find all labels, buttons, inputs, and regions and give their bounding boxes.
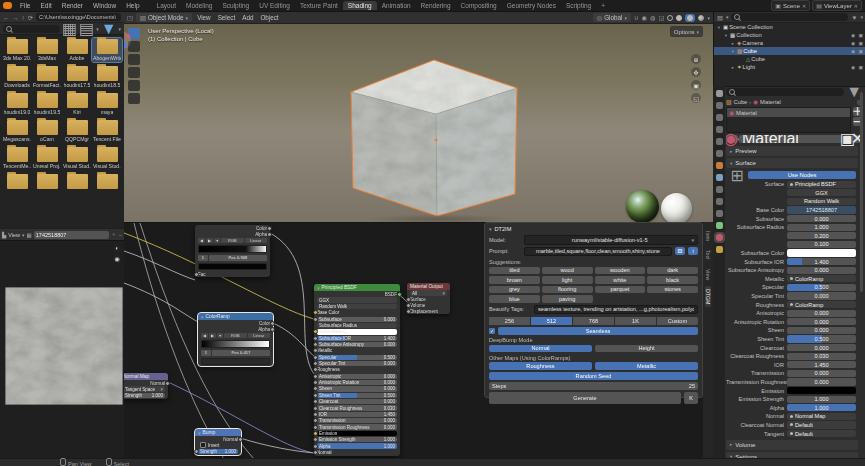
random-seed-button[interactable]: Random Seed: [489, 372, 698, 380]
folder-item[interactable]: [92, 173, 122, 191]
colorramp2-alpha-output[interactable]: Alpha: [198, 326, 273, 332]
outliner-search-input[interactable]: [731, 13, 848, 21]
folder-item[interactable]: Megascans...: [2, 119, 32, 143]
tab-material-icon[interactable]: [716, 234, 723, 241]
property-field[interactable]: 1.000: [787, 404, 856, 411]
workspace-tab[interactable]: Layout: [152, 1, 182, 10]
menu-help[interactable]: Help: [122, 2, 143, 9]
ramp-prev-icon[interactable]: ◀: [198, 238, 205, 243]
folder-item[interactable]: Downloads: [2, 65, 32, 89]
snap-magnet-icon[interactable]: ∪: [634, 14, 639, 21]
folder-item[interactable]: 3ds Max 20...: [2, 38, 32, 62]
deepbump-height-button[interactable]: Height: [595, 345, 698, 353]
folder-item[interactable]: [2, 173, 32, 191]
model-dropdown[interactable]: runwayml/stable-diffusion-v1-5▾: [524, 235, 698, 245]
outliner-row[interactable]: △ Cube: [714, 55, 865, 63]
expand-arrow-icon[interactable]: ▾: [723, 33, 729, 38]
folder-item[interactable]: Visual Stud...: [92, 146, 122, 170]
property-field[interactable]: ColorRamp: [787, 301, 856, 308]
tab-physics-icon[interactable]: [716, 198, 723, 205]
folder-item[interactable]: TencentMe...: [2, 146, 32, 170]
expand-arrow-icon[interactable]: ▸: [730, 65, 736, 70]
workspace-tab[interactable]: UV Editing: [254, 1, 295, 10]
property-field[interactable]: 0.000: [787, 310, 856, 317]
folder-item[interactable]: 3dsMax: [32, 38, 62, 62]
display-list-icon[interactable]: ▤: [79, 19, 94, 38]
tab-constraints-icon[interactable]: [716, 210, 723, 217]
suggestion-button[interactable]: stones: [647, 286, 698, 294]
resolution-button[interactable]: 1K: [615, 317, 656, 325]
suggestion-button[interactable]: wood: [542, 267, 593, 275]
property-field[interactable]: 0.000: [787, 267, 856, 274]
tab-output-icon[interactable]: [716, 114, 723, 121]
suggestion-button[interactable]: paving: [542, 295, 593, 303]
shading-solid-icon[interactable]: [676, 15, 682, 21]
property-field[interactable]: Default: [787, 421, 856, 428]
unlink-icon[interactable]: ✕: [802, 3, 806, 9]
ramp-gradient[interactable]: [201, 340, 270, 348]
expand-arrow-icon[interactable]: ▾: [730, 49, 736, 54]
workspace-tab[interactable]: Compositing: [456, 1, 502, 10]
transform-orientation[interactable]: ◎ Global▾: [593, 13, 631, 22]
tab-world-icon[interactable]: [716, 150, 723, 157]
file-search-input[interactable]: [3, 25, 60, 33]
overlays-icon[interactable]: ◍: [650, 14, 656, 21]
tab-modifiers-icon[interactable]: [716, 174, 723, 181]
outliner-display-mode-icon[interactable]: ▤: [717, 14, 723, 21]
expand-arrow-icon[interactable]: ▸: [730, 41, 736, 46]
material-output-node[interactable]: Material Output All▾ Surface Volume Disp…: [407, 283, 450, 314]
property-field[interactable]: 0.000: [787, 344, 856, 351]
zoom-icon[interactable]: ⊕: [691, 54, 701, 64]
outliner-row[interactable]: ▸ ✦ Light ◉ ▣: [714, 63, 865, 71]
folder-item[interactable]: houdini19.0: [2, 92, 32, 116]
tool-scale-icon[interactable]: [128, 80, 140, 91]
ramp-interpolation[interactable]: Linear: [248, 333, 270, 338]
refresh-icon[interactable]: ⟳: [28, 14, 33, 21]
suggestion-button[interactable]: light: [542, 276, 593, 284]
beautify-field[interactable]: seamless texture, trending on artstation…: [534, 305, 698, 315]
ramp-stop-color-swatch[interactable]: [201, 358, 270, 366]
proportional-edit-icon[interactable]: ◉: [642, 14, 648, 21]
folder-item[interactable]: houdini17.5: [62, 65, 92, 89]
image-editor[interactable]: ◐ ◉: [0, 240, 124, 459]
suggestion-button[interactable]: flooring: [542, 286, 593, 294]
folder-item[interactable]: houdini18.5: [92, 65, 122, 89]
property-field[interactable]: Principled BSDF: [787, 181, 856, 188]
viewlayer-selector[interactable]: ▤ ViewLayer ✕: [812, 0, 862, 11]
tool-move-icon[interactable]: [128, 54, 140, 65]
prompt-input[interactable]: marble,tiled,square,floor,clean,smooth,s…: [524, 247, 672, 257]
shading-wireframe-icon[interactable]: [667, 15, 673, 21]
property-field[interactable]: 0.000: [787, 370, 856, 377]
visibility-icons[interactable]: ◉ ▣: [851, 41, 864, 46]
folder-item[interactable]: maya: [92, 92, 122, 116]
image-editor-icon[interactable]: ◐: [113, 244, 121, 252]
random-prompt-dice-icon[interactable]: ⚄: [675, 247, 685, 255]
property-field[interactable]: [787, 387, 856, 394]
resolution-button[interactable]: Custom: [657, 317, 698, 325]
workspace-tab[interactable]: Texture Paint: [295, 1, 343, 10]
normal-map-node[interactable]: Normal Map Normal Tangent Space▾ Strengt…: [124, 373, 168, 399]
generate-button[interactable]: Generate: [489, 392, 681, 404]
folder-item[interactable]: [62, 173, 92, 191]
prompt-info-icon[interactable]: i: [688, 247, 698, 255]
property-field[interactable]: GGX: [787, 189, 856, 196]
property-field[interactable]: 0.030: [787, 353, 856, 360]
workspace-tab[interactable]: Scripting: [561, 1, 596, 10]
colorramp1-fac-input[interactable]: Fac: [195, 271, 270, 277]
expand-arrow-icon[interactable]: ▾: [716, 25, 722, 30]
tool-annotate-icon[interactable]: [128, 93, 140, 104]
seamless-checkbox[interactable]: ✓: [489, 328, 495, 334]
resolution-button[interactable]: 256: [489, 317, 530, 325]
ramp-gradient[interactable]: [198, 245, 267, 253]
tab-render-icon[interactable]: [716, 102, 723, 109]
ramp-stop-color-swatch[interactable]: [198, 263, 267, 271]
editor-type-icon[interactable]: ▙: [2, 232, 6, 238]
preview-section-header[interactable]: ▸Preview: [726, 146, 858, 156]
material-slot-list[interactable]: ◉ Material: [726, 107, 851, 133]
menu-window[interactable]: Window: [89, 2, 120, 9]
viewport-options-button[interactable]: Options▾: [670, 26, 703, 37]
npanel-tab[interactable]: Item: [705, 228, 711, 244]
npanel-tab[interactable]: View: [705, 266, 711, 283]
toggle-perspective-icon[interactable]: ◱: [691, 93, 701, 103]
forward-icon[interactable]: →: [12, 14, 18, 21]
